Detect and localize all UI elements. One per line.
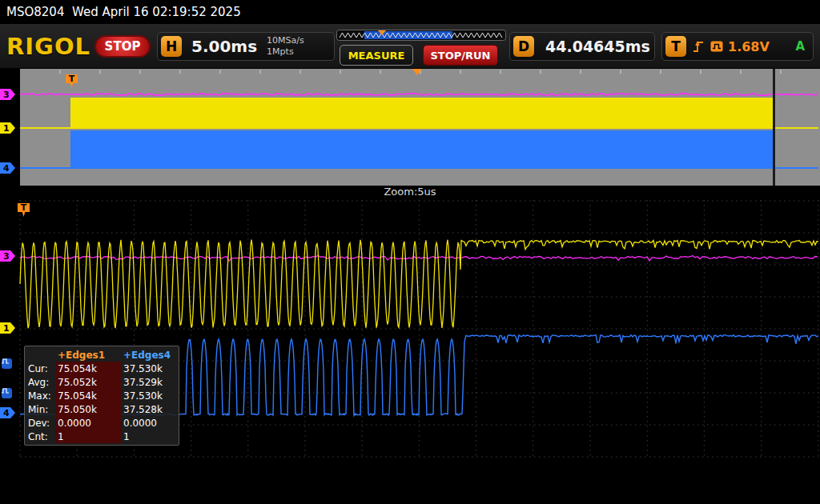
edges1-cnt: 1 <box>55 430 121 443</box>
zoom-waveform-area[interactable]: T 3 1 4 +Edges1 +Edges4 Cur: 75.054k 37.… <box>0 200 820 458</box>
trigger-slope-icon <box>691 38 705 54</box>
measurement-slot1-icon[interactable] <box>2 358 12 369</box>
sample-rate: 10MSa/s <box>267 35 304 46</box>
measure-row-dev: Dev: 0.0000 0.0000 <box>25 416 179 430</box>
t-badge[interactable]: T <box>665 36 686 57</box>
edges4-header: +Edges4 <box>121 350 179 361</box>
edges1-max: 75.054k <box>55 389 121 402</box>
delay-value[interactable]: 44.04645ms <box>545 38 650 55</box>
row-label: Dev: <box>25 418 55 429</box>
trigger-position-marker[interactable] <box>412 69 422 75</box>
oscilloscope-screen: MSO8204 Wed April 16 02:19:52 2025 RIGOL… <box>0 0 820 504</box>
waveform-overview[interactable]: T 3 1 4 <box>0 69 820 186</box>
horizontal-timebase-group[interactable]: H 5.00ms 10MSa/s 1Mpts <box>157 32 335 61</box>
topbar: MSO8204 Wed April 16 02:19:52 2025 <box>0 0 820 24</box>
row-label: Cur: <box>25 363 55 374</box>
trigger-group[interactable]: T 1.68V A <box>661 32 814 61</box>
stop-run-button[interactable]: STOP/RUN <box>423 45 498 66</box>
overview-waveform-svg <box>0 69 820 186</box>
run-state-badge: STOP <box>94 35 151 58</box>
row-label: Min: <box>25 404 55 415</box>
timebase-value[interactable]: 5.00ms <box>191 37 257 56</box>
measure-row-max: Max: 75.054k 37.530k <box>25 389 179 402</box>
measure-button-label: MEASURE <box>348 50 405 62</box>
rigol-logo: RIGOL <box>6 33 90 60</box>
edges4-cnt: 1 <box>121 431 179 442</box>
edges4-dev: 0.0000 <box>121 418 179 429</box>
sample-info: 10MSa/s 1Mpts <box>267 35 304 58</box>
horizontal-position-scrollbar[interactable] <box>336 29 506 42</box>
d-badge[interactable]: D <box>513 36 534 57</box>
trigger-coupling-icon <box>710 41 723 52</box>
measure-row-min: Min: 75.050k 37.528k <box>25 402 179 416</box>
trigger-status: A <box>795 39 805 54</box>
row-label: Cnt: <box>25 431 55 442</box>
edges4-min: 37.528k <box>121 404 179 415</box>
edges4-max: 37.530k <box>121 390 179 402</box>
memory-depth: 1Mpts <box>267 46 304 58</box>
row-label: Max: <box>25 390 55 402</box>
measure-button[interactable]: MEASURE <box>340 45 413 66</box>
bottom-bar: 1 1.00V -280mV 2 500mV 0.00V 3 <box>0 458 820 504</box>
edges4-avg: 37.529k <box>121 377 179 388</box>
delay-group[interactable]: D 44.04645ms <box>509 32 655 61</box>
edges1-min: 75.050k <box>55 402 121 416</box>
edges1-dev: 0.0000 <box>55 416 121 430</box>
edges1-header: +Edges1 <box>55 350 121 361</box>
measurement-popup-header: +Edges1 +Edges4 <box>25 348 179 362</box>
measurement-slot2-icon[interactable] <box>2 388 12 398</box>
measure-row-cnt: Cnt: 1 1 <box>25 430 179 443</box>
edges1-avg: 75.052k <box>55 375 121 389</box>
edges1-cur: 75.054k <box>55 362 121 375</box>
measurement-popup[interactable]: +Edges1 +Edges4 Cur: 75.054k 37.530k Avg… <box>24 346 179 446</box>
header-bar: RIGOL STOP H 5.00ms 10MSa/s 1Mpts MEASUR… <box>0 24 820 69</box>
zoom-scale-label: Zoom:5us <box>0 186 820 200</box>
row-label: Avg: <box>25 377 55 388</box>
h-badge[interactable]: H <box>161 36 182 57</box>
edges4-cur: 37.530k <box>121 363 179 374</box>
trigger-level-value[interactable]: 1.68V <box>728 39 770 54</box>
model-and-datetime: MSO8204 Wed April 16 02:19:52 2025 <box>6 5 241 19</box>
stop-run-label: STOP/RUN <box>430 50 490 62</box>
measure-row-cur: Cur: 75.054k 37.530k <box>25 362 179 375</box>
measure-row-avg: Avg: 75.052k 37.529k <box>25 375 179 389</box>
